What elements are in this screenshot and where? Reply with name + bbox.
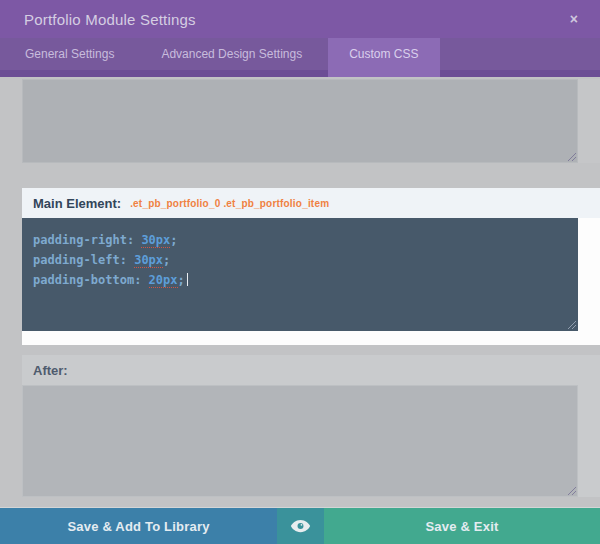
css-code-editor[interactable]: padding-right: 30px;padding-left: 30px;p… [22, 218, 578, 331]
resize-handle[interactable] [566, 319, 576, 329]
modal-header: Portfolio Module Settings × [0, 0, 600, 38]
after-label: After: [33, 363, 68, 378]
eye-icon [290, 518, 311, 534]
spacer [22, 163, 600, 188]
code-line: padding-left: 30px; [33, 250, 568, 270]
close-icon[interactable]: × [564, 8, 584, 30]
field-after: After: [22, 355, 600, 497]
main-element-label: Main Element: [33, 196, 121, 211]
after-css-textarea[interactable] [22, 385, 578, 497]
code-line: padding-right: 30px; [33, 230, 568, 250]
main-element-selector: .et_pb_portfolio_0 .et_pb_portfolio_item [130, 198, 329, 209]
spacer [22, 345, 600, 355]
before-css-textarea[interactable] [22, 79, 578, 163]
portfolio-module-settings-modal: Portfolio Module Settings × General Sett… [0, 0, 600, 544]
modal-footer: Save & Add To Library Save & Exit [0, 507, 600, 544]
preview-button[interactable] [277, 508, 324, 544]
main-element-header: Main Element: .et_pb_portfolio_0 .et_pb_… [22, 188, 600, 218]
modal-title: Portfolio Module Settings [24, 11, 564, 28]
after-header: After: [22, 355, 600, 385]
tab-custom-css[interactable]: Custom CSS [328, 38, 439, 77]
field-before [22, 79, 600, 163]
text-caret [187, 273, 188, 286]
spacer [22, 497, 600, 507]
tab-bar: General SettingsAdvanced Design Settings… [0, 38, 600, 77]
code-line: padding-bottom: 20px; [33, 270, 568, 290]
save-and-exit-button[interactable]: Save & Exit [324, 508, 600, 544]
code-lines: padding-right: 30px;padding-left: 30px;p… [33, 230, 568, 290]
custom-css-panel: Main Element: .et_pb_portfolio_0 .et_pb_… [0, 77, 600, 507]
tab-general-settings[interactable]: General Settings [4, 38, 135, 70]
tab-advanced-design-settings[interactable]: Advanced Design Settings [140, 38, 323, 70]
save-add-to-library-button[interactable]: Save & Add To Library [0, 508, 277, 544]
field-main-element: Main Element: .et_pb_portfolio_0 .et_pb_… [22, 188, 600, 345]
